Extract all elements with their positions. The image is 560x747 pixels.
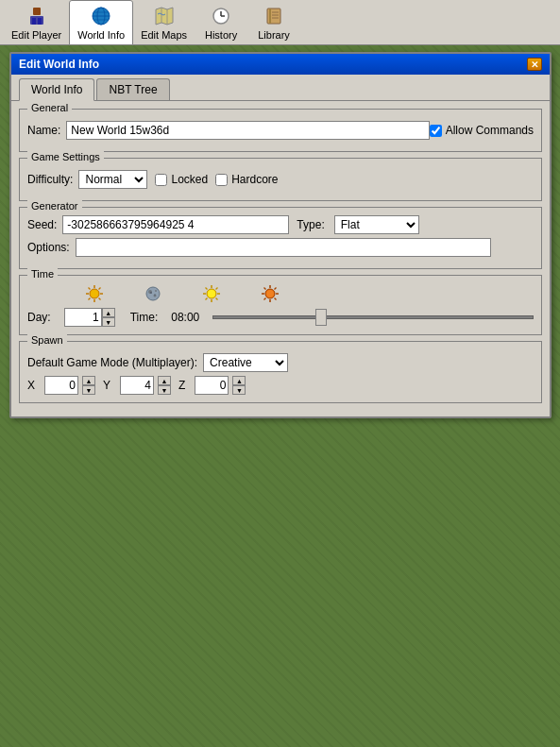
svg-line-51 xyxy=(264,288,266,290)
clock-icon xyxy=(210,5,232,27)
dusk-icon xyxy=(260,283,280,304)
name-label: Name: xyxy=(27,124,60,137)
spawn-mode-label: Default Game Mode (Multiplayer): xyxy=(27,356,197,369)
toolbar-edit-maps[interactable]: Edit Maps xyxy=(133,1,195,44)
spawn-coords-row: X ▲ ▼ Y ▲ ▼ Z ▲ ▼ xyxy=(27,376,534,395)
svg-line-42 xyxy=(216,298,218,300)
toolbar-library-label: Library xyxy=(258,29,290,41)
time-section-label: Time xyxy=(27,268,58,280)
day-down-button[interactable]: ▼ xyxy=(102,317,115,327)
svg-point-34 xyxy=(150,292,152,294)
y-down-button[interactable]: ▼ xyxy=(158,385,171,395)
options-input[interactable] xyxy=(76,238,491,257)
edit-world-info-dialog: Edit World Info ✕ World Info NBT Tree Ge… xyxy=(9,52,552,418)
options-row: Options: xyxy=(27,238,534,257)
svg-line-27 xyxy=(99,288,101,290)
svg-line-43 xyxy=(216,288,218,290)
svg-rect-0 xyxy=(33,8,41,15)
time-section: Time xyxy=(19,275,542,335)
seed-input[interactable] xyxy=(62,215,289,234)
dialog-titlebar: Edit World Info ✕ xyxy=(11,54,550,75)
svg-line-26 xyxy=(99,298,101,300)
options-label: Options: xyxy=(27,241,70,254)
day-spinner: ▲ ▼ xyxy=(64,308,115,327)
z-label: Z xyxy=(178,379,185,392)
time-label: Time: xyxy=(130,311,159,324)
toolbar-history-label: History xyxy=(205,29,237,41)
tab-nbt-tree[interactable]: NBT Tree xyxy=(96,78,169,100)
svg-line-44 xyxy=(206,298,208,300)
dialog-close-button[interactable]: ✕ xyxy=(527,58,542,71)
time-slider-container xyxy=(212,308,534,327)
day-label: Day: xyxy=(27,311,51,324)
player-icon xyxy=(25,5,48,27)
map-icon xyxy=(153,5,176,27)
toolbar-world-info[interactable]: World Info xyxy=(69,0,133,45)
type-label: Type: xyxy=(297,218,324,231)
svg-line-54 xyxy=(264,298,266,300)
name-input[interactable] xyxy=(66,121,429,140)
time-icons-row xyxy=(84,283,534,304)
game-settings-label: Game Settings xyxy=(27,151,104,162)
svg-line-25 xyxy=(89,288,91,290)
svg-marker-9 xyxy=(156,8,173,25)
game-mode-select[interactable]: Survival Creative Adventure Spectator xyxy=(203,353,288,372)
dialog-title: Edit World Info xyxy=(19,58,99,71)
spawn-label: Spawn xyxy=(27,334,67,346)
z-down-button[interactable]: ▼ xyxy=(232,385,246,395)
y-up-button[interactable]: ▲ xyxy=(158,376,171,385)
toolbar-edit-player-label: Edit Player xyxy=(11,29,61,41)
general-section-label: General xyxy=(27,102,72,113)
svg-rect-2 xyxy=(32,18,36,25)
seed-row: Seed: Type: Default Flat Large Biomes Am… xyxy=(27,215,534,234)
svg-point-55 xyxy=(266,290,274,297)
toolbar: Edit Player World Info Edit Maps xyxy=(0,0,560,45)
locked-checkbox[interactable] xyxy=(155,174,167,186)
game-settings-section: Game Settings Difficulty: Peaceful Easy … xyxy=(19,158,542,201)
toolbar-edit-player[interactable]: Edit Player xyxy=(4,1,69,44)
z-up-button[interactable]: ▲ xyxy=(232,376,246,385)
svg-line-53 xyxy=(275,288,277,290)
general-name-row: Name: Allow Commands xyxy=(27,121,534,140)
y-input[interactable] xyxy=(120,376,154,395)
hardcore-text: Hardcore xyxy=(231,173,278,186)
x-label: X xyxy=(27,379,35,392)
type-select[interactable]: Default Flat Large Biomes Amplified xyxy=(334,215,419,234)
day-up-button[interactable]: ▲ xyxy=(102,308,115,317)
globe-icon xyxy=(90,5,112,27)
dialog-content: General Name: Allow Commands Game Settin… xyxy=(11,101,550,416)
toolbar-library[interactable]: Library xyxy=(247,1,300,44)
svg-line-52 xyxy=(275,298,277,300)
y-label: Y xyxy=(103,379,110,392)
svg-point-29 xyxy=(91,290,98,297)
allow-commands-checkbox[interactable] xyxy=(430,125,442,137)
moon-icon xyxy=(143,283,163,304)
book-icon xyxy=(263,5,285,27)
locked-label-row: Locked xyxy=(155,173,208,186)
z-spinner-buttons: ▲ ▼ xyxy=(232,376,246,395)
time-slider-row: Day: ▲ ▼ Time: 08:00 xyxy=(27,308,534,327)
difficulty-select[interactable]: Peaceful Easy Normal Hard xyxy=(78,170,147,189)
x-spinner-buttons: ▲ ▼ xyxy=(82,376,95,395)
z-input[interactable] xyxy=(195,376,229,395)
tab-world-info[interactable]: World Info xyxy=(19,78,94,101)
svg-rect-16 xyxy=(269,8,271,24)
allow-commands-row: Allow Commands xyxy=(430,124,534,137)
tab-bar: World Info NBT Tree xyxy=(11,75,550,101)
toolbar-history[interactable]: History xyxy=(195,1,247,44)
seed-label: Seed: xyxy=(27,218,57,231)
time-slider[interactable] xyxy=(212,315,534,319)
x-input[interactable] xyxy=(44,376,78,395)
spawn-mode-row: Default Game Mode (Multiplayer): Surviva… xyxy=(27,353,534,372)
svg-rect-3 xyxy=(38,18,42,25)
svg-line-28 xyxy=(89,298,91,300)
toolbar-world-info-label: World Info xyxy=(77,29,125,41)
difficulty-row: Difficulty: Peaceful Easy Normal Hard Lo… xyxy=(27,170,534,189)
day-spinner-buttons: ▲ ▼ xyxy=(102,308,115,327)
x-up-button[interactable]: ▲ xyxy=(82,376,95,385)
difficulty-label: Difficulty: xyxy=(27,173,73,186)
day-input[interactable] xyxy=(64,308,102,327)
x-down-button[interactable]: ▼ xyxy=(82,385,95,395)
hardcore-checkbox[interactable] xyxy=(215,174,228,186)
type-row: Type: Default Flat Large Biomes Amplifie… xyxy=(297,215,418,234)
